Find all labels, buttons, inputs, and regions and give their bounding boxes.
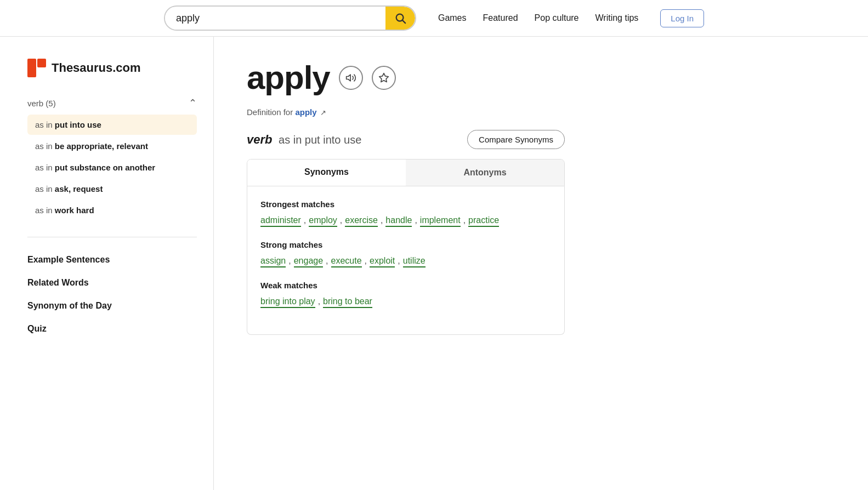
svg-rect-3 [37,59,46,67]
word-practice[interactable]: practice [468,215,499,227]
verb-label: verb (5) [27,99,56,108]
audio-button[interactable] [339,66,363,90]
svg-line-1 [402,20,405,23]
word-engage[interactable]: engage [294,256,323,267]
svg-marker-5 [379,73,388,82]
sense-item-be-appropriate[interactable]: as in be appropriate, relevant [27,136,197,156]
sidebar-quiz[interactable]: Quiz [27,317,197,340]
chevron-up-icon[interactable]: ⌃ [189,97,197,109]
pos-header: verb as in put into use Compare Synonyms [247,130,565,149]
sidebar-synonym-of-the-day[interactable]: Synonym of the Day [27,294,197,317]
brand-icon [27,59,46,77]
tab-synonyms[interactable]: Synonyms [247,159,406,186]
sense-item-put-substance[interactable]: as in put substance on another [27,157,197,178]
nav-writing-tips[interactable]: Writing tips [595,13,639,23]
strong-words: assign, engage, execute, exploit, utiliz… [260,256,551,267]
star-icon [378,72,389,83]
weak-label: Weak matches [260,281,551,290]
pos-text: verb as in put into use [247,133,361,147]
word-bring-into-play[interactable]: bring into play [260,297,315,308]
word-header: apply [247,59,565,96]
search-bar [164,5,416,31]
word-exercise[interactable]: exercise [345,215,378,227]
sidebar: Thesaurus.com verb (5) ⌃ as in put into … [0,37,214,490]
main-container: Thesaurus.com verb (5) ⌃ as in put into … [0,37,868,490]
right-panel [598,37,773,490]
login-button[interactable]: Log In [660,9,704,27]
word-administer[interactable]: administer [260,215,301,227]
definition-link-row: Definition for apply ↗ [247,107,565,117]
word-exploit[interactable]: exploit [370,256,395,267]
speaker-icon [345,72,356,83]
strongest-matches-section: Strongest matches administer, employ, ex… [260,200,551,227]
brand: Thesaurus.com [27,59,197,77]
strong-matches-section: Strong matches assign, engage, execute, … [260,240,551,267]
word-title: apply [247,59,330,96]
word-utilize[interactable]: utilize [403,256,426,267]
nav-pop-culture[interactable]: Pop culture [535,13,579,23]
nav-games[interactable]: Games [438,13,467,23]
brand-name: Thesaurus.com [52,61,141,75]
word-assign[interactable]: assign [260,256,286,267]
external-link-icon: ↗ [320,109,326,117]
sense-item-ask-request[interactable]: as in ask, request [27,179,197,199]
search-input[interactable] [165,7,385,30]
top-nav: Games Featured Pop culture Writing tips … [0,0,868,37]
search-button[interactable] [385,7,415,30]
tab-antonyms[interactable]: Antonyms [406,159,564,186]
strongest-label: Strongest matches [260,200,551,209]
nav-links: Games Featured Pop culture Writing tips [438,13,638,23]
svg-marker-4 [346,75,350,81]
nav-featured[interactable]: Featured [483,13,518,23]
strongest-words: administer, employ, exercise, handle, im… [260,215,551,227]
favorite-button[interactable] [372,66,396,90]
definition-link[interactable]: apply [295,107,316,117]
synonyms-card: Strongest matches administer, employ, ex… [247,186,565,335]
sense-item-work-hard[interactable]: as in work hard [27,200,197,220]
sense-item-put-into-use[interactable]: as in put into use [27,115,197,135]
word-handle[interactable]: handle [385,215,412,227]
sidebar-related-words[interactable]: Related Words [27,271,197,294]
word-implement[interactable]: implement [420,215,461,227]
tabs: Synonyms Antonyms [247,159,565,186]
sidebar-example-sentences[interactable]: Example Sentences [27,248,197,271]
word-bring-to-bear[interactable]: bring to bear [323,297,372,308]
main-content: apply Definition for apply ↗ [214,37,598,490]
verb-section-header: verb (5) ⌃ [27,97,197,109]
sidebar-links: Example Sentences Related Words Synonym … [27,237,197,340]
word-execute[interactable]: execute [331,256,362,267]
sense-list: as in put into use as in be appropriate,… [27,115,197,220]
word-employ[interactable]: employ [309,215,337,227]
svg-rect-2 [27,59,36,77]
weak-matches-section: Weak matches bring into play, bring to b… [260,281,551,308]
strong-label: Strong matches [260,240,551,249]
weak-words: bring into play, bring to bear [260,297,551,308]
compare-synonyms-button[interactable]: Compare Synonyms [467,130,565,149]
